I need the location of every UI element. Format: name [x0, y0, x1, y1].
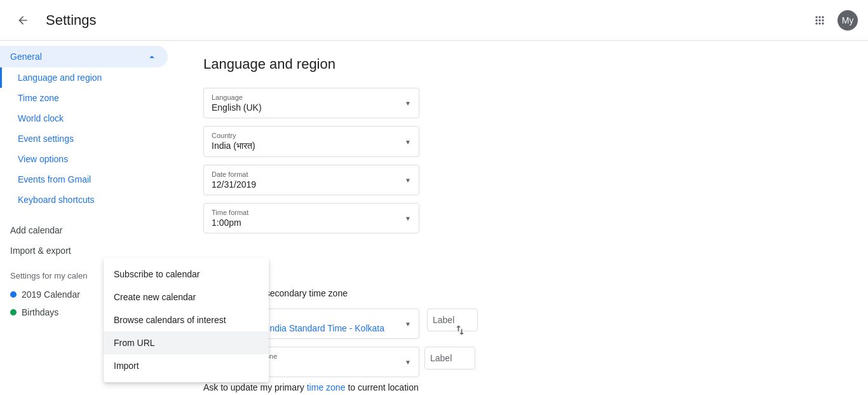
time-format-value: 1:00pm	[212, 218, 411, 228]
menu-item-subscribe[interactable]: Subscribe to calendar	[104, 263, 269, 286]
language-label: Language	[212, 94, 411, 101]
chevron-down-icon: ▼	[405, 359, 411, 366]
sidebar-item-worldclock[interactable]: World clock	[0, 108, 178, 128]
chevron-down-icon: ▼	[405, 100, 411, 107]
ask-update-link[interactable]: time zone	[307, 382, 346, 392]
calendar-label: Birthdays	[22, 307, 58, 317]
add-calendar-dropdown-menu: Subscribe to calendar Create new calenda…	[104, 258, 269, 382]
back-button[interactable]	[10, 8, 36, 33]
language-region-title: Language and region	[203, 56, 843, 73]
calendar-label: 2019 Calendar	[22, 289, 80, 300]
date-format-select[interactable]: Date format 12/31/2019 ▼	[203, 165, 419, 195]
header-left: Settings	[10, 8, 97, 33]
sidebar-item-view-options[interactable]: View options	[0, 149, 178, 169]
date-format-label: Date format	[212, 170, 411, 178]
language-select[interactable]: Language English (UK) ▼	[203, 88, 419, 118]
sidebar-item-events-gmail[interactable]: Events from Gmail	[0, 169, 178, 190]
date-format-value: 12/31/2019	[212, 179, 411, 190]
sidebar-item-label: Time zone	[18, 93, 59, 103]
sidebar-item-keyboard-shortcuts[interactable]: Keyboard shortcuts	[0, 190, 178, 210]
general-label: General	[10, 52, 42, 62]
calendar-dot-green	[10, 309, 17, 315]
sidebar-item-event-settings[interactable]: Event settings	[0, 128, 178, 149]
country-label: Country	[212, 132, 411, 139]
time-format-dropdown-group: Time format 1:00pm ▼	[203, 203, 843, 233]
country-dropdown-group: Country India (भारत) ▼	[203, 126, 843, 157]
import-export-label: Import & export	[10, 246, 71, 256]
add-calendar-label: Add calendar	[10, 225, 63, 235]
time-zone-title: Time zone	[203, 261, 843, 278]
page-title: Settings	[46, 12, 97, 29]
language-dropdown-group: Language English (UK) ▼	[203, 88, 843, 118]
chevron-down-icon: ▼	[405, 321, 411, 328]
menu-item-create-new[interactable]: Create new calendar	[104, 286, 269, 308]
sidebar-item-language-region[interactable]: Language and region	[0, 67, 178, 88]
header: Settings My	[0, 0, 868, 41]
sidebar-item-label: Language and region	[18, 73, 102, 83]
country-select[interactable]: Country India (भारत) ▼	[203, 126, 419, 157]
ask-update-row: Ask to update my primary time zone to cu…	[203, 382, 843, 392]
secondary-label-placeholder: Label	[430, 353, 452, 363]
ask-update-text-1: Ask to update my primary	[203, 382, 304, 392]
secondary-tz-label-box[interactable]: Label	[424, 347, 475, 370]
sidebar-general-header[interactable]: General	[0, 46, 168, 67]
primary-tz-row: Primary time zone (GMT+05:30) India Stan…	[203, 308, 843, 339]
chevron-down-icon: ▼	[405, 138, 411, 145]
content-area: Language and region Language English (UK…	[178, 41, 868, 395]
ask-update-text-2: to current location	[348, 382, 418, 392]
country-value: India (भारत)	[212, 141, 411, 151]
swap-timezones-button[interactable]	[449, 319, 471, 342]
chevron-up-icon	[146, 51, 158, 62]
calendar-dot-blue	[10, 291, 17, 298]
menu-item-from-url[interactable]: From URL	[104, 331, 269, 354]
sidebar-item-label: Events from Gmail	[18, 174, 91, 184]
time-format-select[interactable]: Time format 1:00pm ▼	[203, 203, 419, 233]
header-right: My	[807, 8, 858, 33]
date-format-dropdown-group: Date format 12/31/2019 ▼	[203, 165, 843, 195]
sidebar-item-label: View options	[18, 154, 68, 164]
language-value: English (UK)	[212, 102, 411, 113]
apps-button[interactable]	[807, 8, 832, 33]
menu-item-import[interactable]: Import	[104, 354, 269, 377]
menu-item-browse[interactable]: Browse calendars of interest	[104, 308, 269, 331]
time-format-label: Time format	[212, 209, 411, 216]
sidebar-item-label: World clock	[18, 113, 64, 123]
display-secondary-tz-toggle[interactable]: Display secondary time zone	[203, 288, 843, 298]
chevron-down-icon: ▼	[405, 177, 411, 184]
sidebar-item-label: Keyboard shortcuts	[18, 195, 95, 205]
avatar[interactable]: My	[837, 10, 858, 31]
chevron-down-icon: ▼	[405, 215, 411, 222]
sidebar-item-timezone[interactable]: Time zone	[0, 88, 178, 108]
sidebar-item-label: Event settings	[18, 134, 74, 144]
sidebar-add-calendar[interactable]: Add calendar	[0, 220, 178, 240]
